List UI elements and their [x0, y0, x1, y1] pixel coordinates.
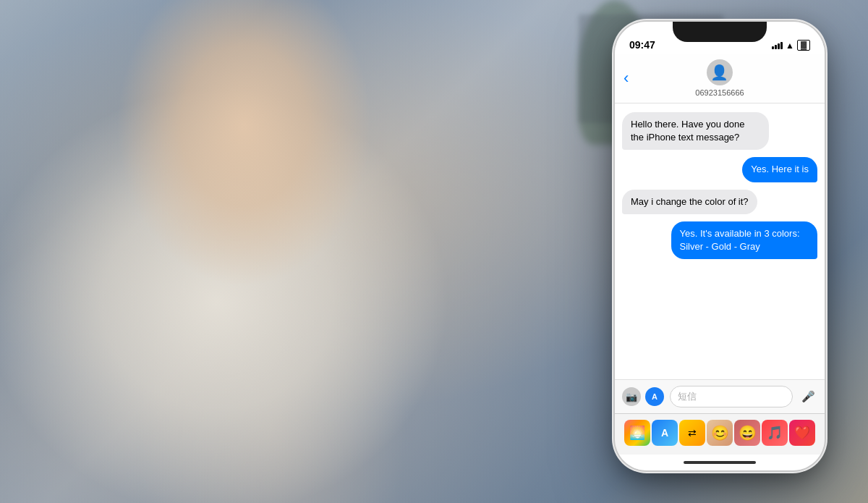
app-icon-photos[interactable]: 🌅	[624, 420, 650, 446]
wifi-icon: ▲	[786, 41, 794, 51]
iphone-frame: 09:47 ▲ ▓ ‹ 👤 06923156666 Hello there. H…	[615, 22, 825, 470]
message-text-4: Yes. It's available in 3 colors: Silver …	[680, 228, 800, 252]
avatar-icon: 👤	[710, 64, 728, 81]
input-placeholder: 短信	[678, 390, 697, 403]
message-text-1: Hello there. Have you done the iPhone te…	[631, 119, 745, 143]
contact-info: 👤 06923156666	[695, 59, 744, 97]
battery-icon: ▓	[797, 40, 810, 51]
app-toolbar: 🌅 A ⇄ 😊 😄 🎵 ❤️	[615, 413, 825, 455]
signal-bar-3	[778, 43, 780, 49]
message-text-3: May i change the color of it?	[631, 196, 749, 207]
contact-number: 06923156666	[695, 88, 744, 97]
iphone-notch	[673, 22, 767, 42]
signal-bar-4	[780, 42, 783, 49]
message-bubble-sent-2: Yes. It's available in 3 colors: Silver …	[671, 221, 818, 259]
status-icons: ▲ ▓	[772, 40, 810, 51]
mic-icon[interactable]: 🎤	[799, 387, 817, 406]
person-shape	[0, 0, 542, 503]
camera-icon[interactable]: 📷	[622, 387, 641, 406]
nav-bar: ‹ 👤 06923156666	[615, 54, 825, 103]
message-bubble-sent-1: Yes. Here it is	[742, 157, 817, 182]
signal-bar-2	[775, 45, 777, 49]
app-store-icon[interactable]: A	[645, 387, 664, 406]
input-icons-left: 📷 A	[622, 387, 664, 406]
message-input[interactable]: 短信	[670, 386, 793, 407]
home-bar	[684, 461, 756, 464]
app-icon-arrows[interactable]: ⇄	[679, 420, 705, 446]
back-button[interactable]: ‹	[624, 69, 629, 88]
app-icon-appstore[interactable]: A	[652, 420, 678, 446]
signal-bars	[772, 42, 783, 49]
app-icon-music[interactable]: 🎵	[762, 420, 788, 446]
message-text-2: Yes. Here it is	[751, 164, 809, 174]
message-bubble-received-1: Hello there. Have you done the iPhone te…	[622, 112, 769, 150]
app-icon-heart[interactable]: ❤️	[789, 420, 815, 446]
message-bubble-received-2: May i change the color of it?	[622, 190, 757, 214]
contact-avatar: 👤	[707, 59, 733, 85]
app-icon-memoji1[interactable]: 😊	[707, 420, 733, 446]
home-indicator	[615, 455, 825, 470]
status-time: 09:47	[629, 39, 655, 51]
app-icon-memoji2[interactable]: 😄	[734, 420, 760, 446]
messages-area: Hello there. Have you done the iPhone te…	[615, 103, 825, 379]
signal-bar-1	[772, 46, 774, 49]
input-area: 📷 A 短信 🎤	[615, 379, 825, 413]
